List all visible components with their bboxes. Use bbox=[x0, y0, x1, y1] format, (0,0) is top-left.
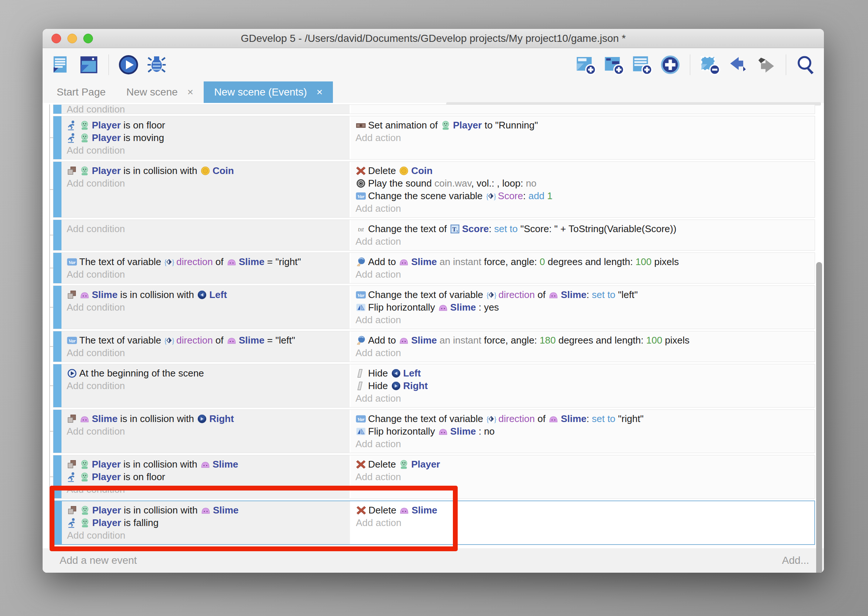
condition[interactable]: Slime is in collision with Right bbox=[61, 412, 349, 425]
add-action-button[interactable]: Add action bbox=[351, 314, 815, 326]
add-action-button[interactable]: Add action bbox=[351, 438, 815, 450]
add-condition-button[interactable]: Add condition bbox=[61, 268, 349, 281]
event-row[interactable]: Player is on floorPlayer is movingAdd co… bbox=[53, 116, 815, 160]
add-condition-button[interactable]: Add condition bbox=[61, 483, 349, 496]
event-row[interactable]: Add conditiontxtChange the text of TxSco… bbox=[53, 220, 815, 251]
event-drag-handle[interactable] bbox=[53, 220, 61, 250]
add-condition-button[interactable]: Add condition bbox=[61, 425, 349, 438]
platformer-icon bbox=[67, 120, 77, 131]
event-row[interactable]: Player is in collision with CoinAdd cond… bbox=[53, 162, 815, 218]
condition[interactable]: Player is in collision with Slime bbox=[61, 458, 349, 470]
condition[interactable]: Slime is in collision with Left bbox=[61, 288, 349, 301]
event-row[interactable]: Slime is in collision with RightAdd cond… bbox=[53, 409, 815, 453]
add-condition-button[interactable]: Add condition bbox=[61, 223, 349, 235]
tab-new-scene-events-[interactable]: New scene (Events)× bbox=[204, 82, 333, 103]
action[interactable]: txtChange the text of TxScore: set to "S… bbox=[351, 223, 815, 235]
toolbar-left-group bbox=[49, 53, 168, 76]
add-action-button[interactable]: Add action bbox=[351, 347, 815, 359]
action[interactable]: Flip horizontally Slime : no bbox=[351, 425, 815, 438]
action[interactable]: Delete Slime bbox=[351, 504, 814, 516]
condition[interactable]: Player is falling bbox=[62, 516, 350, 529]
action[interactable]: Delete Coin bbox=[351, 164, 815, 177]
tab-new-scene[interactable]: New scene× bbox=[116, 82, 204, 103]
condition[interactable]: Player is in collision with Coin bbox=[61, 164, 349, 177]
add-action-button[interactable]: Add action bbox=[351, 202, 815, 215]
tab-start-page[interactable]: Start Page bbox=[46, 82, 116, 103]
project-manager-icon[interactable] bbox=[49, 53, 72, 76]
event-row[interactable]: At the beginning of the sceneAdd conditi… bbox=[53, 364, 815, 408]
action[interactable]: Hide Left bbox=[351, 367, 815, 379]
event-drag-handle[interactable] bbox=[53, 162, 61, 217]
event-drag-handle[interactable] bbox=[53, 286, 61, 329]
add-condition-button[interactable]: Add condition bbox=[61, 301, 349, 314]
close-window-button[interactable] bbox=[52, 34, 61, 43]
add-event-icon[interactable] bbox=[574, 53, 597, 76]
action[interactable]: VarChange the text of variable {}directi… bbox=[351, 288, 815, 301]
event-drag-handle[interactable] bbox=[54, 501, 62, 544]
add-condition-button[interactable]: Add condition bbox=[61, 104, 349, 114]
event-drag-handle[interactable] bbox=[53, 455, 61, 498]
event-drag-handle[interactable] bbox=[53, 410, 61, 453]
event-drag-handle[interactable] bbox=[53, 364, 61, 407]
condition[interactable]: Player is on floor bbox=[61, 470, 349, 483]
debug-icon[interactable] bbox=[145, 53, 168, 76]
add-new-event-button[interactable]: Add a new event bbox=[60, 555, 137, 566]
add-action-button[interactable]: Add action bbox=[351, 268, 815, 281]
event-row[interactable]: Player is in collision with SlimePlayer … bbox=[53, 501, 815, 545]
add-condition-button[interactable]: Add condition bbox=[61, 379, 349, 392]
close-tab-icon[interactable]: × bbox=[187, 86, 193, 98]
action[interactable]: Add to Slime an instant force, angle: 18… bbox=[351, 334, 815, 347]
action[interactable]: Flip horizontally Slime : yes bbox=[351, 301, 815, 314]
action[interactable]: Add to Slime an instant force, angle: 0 … bbox=[351, 255, 815, 268]
redo-icon[interactable] bbox=[755, 53, 778, 76]
add-condition-button[interactable]: Add condition bbox=[61, 347, 349, 359]
add-action-button[interactable]: Add action bbox=[351, 470, 815, 483]
add-action-button[interactable]: Add action bbox=[351, 131, 815, 144]
undo-icon[interactable] bbox=[726, 53, 750, 76]
condition[interactable]: VarThe text of variable {}direction of S… bbox=[61, 334, 349, 347]
add-button[interactable]: Add... bbox=[782, 555, 809, 566]
close-tab-icon[interactable]: × bbox=[317, 86, 322, 98]
event-row[interactable]: Slime is in collision with LeftAdd condi… bbox=[53, 285, 815, 329]
action[interactable]: Delete Player bbox=[351, 458, 815, 470]
vertical-scrollbar-thumb[interactable] bbox=[816, 262, 822, 573]
flip-icon bbox=[355, 426, 366, 438]
action[interactable]: Set animation of Player to "Running" bbox=[351, 119, 815, 131]
add-new-icon[interactable] bbox=[659, 53, 682, 76]
event-row[interactable]: Add condition bbox=[53, 104, 815, 114]
play-icon[interactable] bbox=[117, 53, 140, 76]
event-row[interactable]: VarThe text of variable {}direction of S… bbox=[53, 331, 815, 362]
delete-selection-icon[interactable] bbox=[698, 53, 721, 76]
event-row[interactable]: VarThe text of variable {}direction of S… bbox=[53, 253, 815, 284]
add-condition-button[interactable]: Add condition bbox=[61, 144, 349, 157]
varstruct-icon: {} bbox=[486, 413, 497, 425]
add-action-button[interactable]: Add action bbox=[351, 516, 814, 529]
condition[interactable]: Player is in collision with Slime bbox=[62, 504, 350, 516]
event-drag-handle[interactable] bbox=[53, 331, 61, 362]
action[interactable]: Hide Right bbox=[351, 379, 815, 392]
action[interactable]: VarChange the text of variable {}directi… bbox=[351, 412, 815, 425]
conditions-column: VarThe text of variable {}direction of S… bbox=[61, 331, 349, 362]
action[interactable]: VarChange the scene variable {}Score: ad… bbox=[351, 190, 815, 202]
search-icon[interactable] bbox=[794, 53, 817, 76]
add-comment-icon[interactable] bbox=[631, 53, 654, 76]
add-action-button[interactable]: Add action bbox=[351, 235, 815, 248]
event-drag-handle[interactable] bbox=[53, 253, 61, 283]
add-subevent-icon[interactable] bbox=[602, 53, 626, 76]
add-condition-button[interactable]: Add condition bbox=[61, 177, 349, 190]
event-drag-handle[interactable] bbox=[53, 116, 61, 159]
event-row[interactable]: Player is in collision with SlimePlayer … bbox=[53, 455, 815, 499]
condition[interactable]: Player is moving bbox=[61, 131, 349, 144]
toolbar-separator bbox=[690, 54, 690, 75]
zoom-window-button[interactable] bbox=[83, 34, 93, 43]
condition[interactable]: At the beginning of the scene bbox=[61, 367, 349, 379]
scene-editor-icon[interactable] bbox=[77, 53, 101, 76]
event-drag-handle[interactable] bbox=[53, 105, 61, 114]
condition[interactable]: VarThe text of variable {}direction of S… bbox=[61, 255, 349, 268]
condition[interactable]: Player is on floor bbox=[61, 119, 349, 131]
txt-icon: txt bbox=[355, 223, 366, 235]
action[interactable]: Play the sound coin.wav, vol.: , loop: n… bbox=[351, 177, 815, 190]
add-condition-button[interactable]: Add condition bbox=[62, 529, 350, 542]
minimize-window-button[interactable] bbox=[68, 34, 77, 43]
add-action-button[interactable]: Add action bbox=[351, 392, 815, 405]
